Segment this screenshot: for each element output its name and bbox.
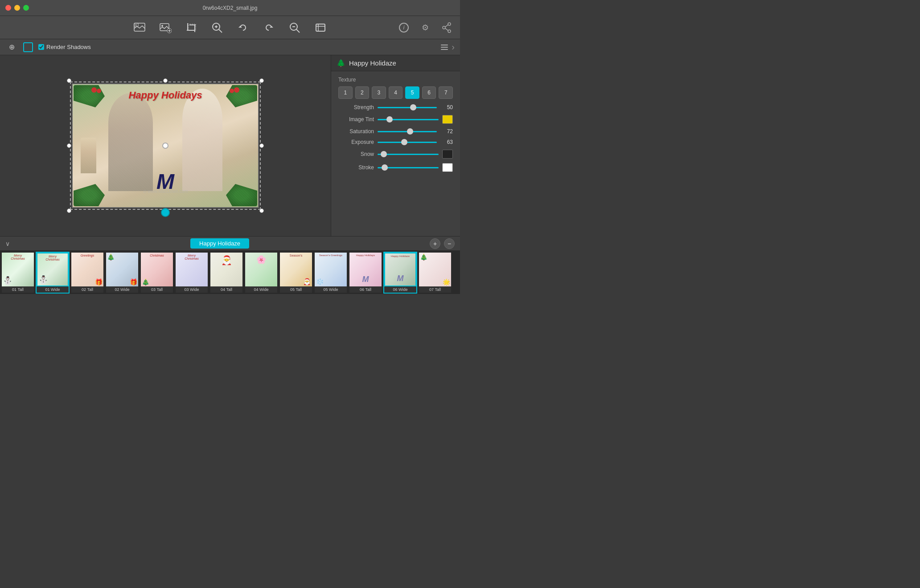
panel-header: 🌲 Happy Holidaze (331, 55, 460, 71)
svg-marker-18 (270, 26, 273, 28)
snow-swatch[interactable] (442, 150, 453, 159)
thumbnail-05-tall[interactable]: Season's 🎅 05 Tall (279, 252, 313, 294)
window-controls[interactable] (5, 5, 29, 11)
handle-left-middle[interactable] (67, 143, 71, 148)
thumbnail-04-tall[interactable]: 🎅 04 Tall (209, 252, 243, 294)
zoom-in-button[interactable] (211, 21, 223, 34)
render-shadows-checkbox-wrap[interactable]: Render Shadows (38, 44, 91, 50)
canvas-image: Happy Holidays (72, 83, 259, 208)
stroke-slider[interactable] (378, 167, 439, 168)
bottom-area: ∨ Happy Holidaze + − MerryChristmas ⛄ 01… (0, 236, 460, 294)
strength-thumb[interactable] (410, 104, 416, 110)
handle-right-middle[interactable] (259, 143, 264, 148)
handle-bottom-center[interactable] (161, 208, 170, 217)
add-button[interactable]: + (430, 238, 440, 249)
svg-line-29 (445, 28, 448, 30)
thumbnail-01-tall[interactable]: MerryChristmas ⛄ 01 Tall (1, 252, 35, 294)
texture-5-button[interactable]: 5 (405, 86, 419, 99)
import-photo-button[interactable] (133, 21, 146, 34)
thumb-img-03-tall: Christmas 🎄 (141, 253, 173, 286)
image-tint-slider[interactable] (378, 119, 439, 120)
thumbnail-02-wide[interactable]: 🎄 🎁 02 Wide (105, 252, 139, 294)
zoom-out-button[interactable] (288, 21, 301, 34)
saturation-thumb[interactable] (407, 128, 413, 135)
chevron-right-icon[interactable]: › (452, 42, 455, 52)
thumbnail-strip: MerryChristmas ⛄ 01 Tall MerryChristmas … (0, 251, 460, 294)
thumbnail-05-wide[interactable]: Season's Greetings ❄️ 05 Wide (314, 252, 348, 294)
handle-top-middle[interactable] (163, 78, 168, 83)
thumbnail-06-tall[interactable]: Happy Holidays M 06 Tall (349, 252, 382, 294)
stroke-swatch[interactable] (442, 163, 453, 172)
list-view-icon[interactable] (441, 45, 448, 50)
exposure-slider[interactable] (378, 142, 437, 143)
texture-2-button[interactable]: 2 (355, 86, 370, 99)
canvas-wrapper: Happy Holidays (72, 83, 259, 208)
image-tint-label: Image Tint (338, 116, 374, 122)
handle-top-left[interactable] (67, 78, 71, 83)
move-tool-icon: ⊕ (5, 41, 18, 53)
handle-bottom-right[interactable] (259, 208, 264, 213)
exposure-label: Exposure (338, 139, 374, 145)
image-tint-swatch[interactable] (442, 115, 453, 124)
collapse-button[interactable]: ∨ (5, 240, 10, 247)
selection-box-icon (23, 42, 33, 52)
options-bar-right: › (441, 42, 455, 52)
maximize-button[interactable] (23, 5, 29, 11)
thumbnail-06-wide[interactable]: Happy Holidaze M 06 Wide (383, 252, 417, 294)
snow-slider[interactable] (378, 154, 439, 155)
texture-buttons: 1 2 3 4 5 6 7 (338, 86, 453, 99)
thumb-label-03-tall: 03 Tall (141, 286, 173, 293)
info-button[interactable]: i (398, 21, 410, 34)
exposure-thumb[interactable] (401, 139, 407, 145)
snow-thumb[interactable] (381, 151, 387, 157)
thumb-label-02-tall: 02 Tall (71, 286, 103, 293)
title-bar: 0rw6o4cXD2_small.jpg (0, 0, 460, 16)
texture-6-button[interactable]: 6 (422, 86, 436, 99)
rotate-right-button[interactable] (263, 21, 275, 34)
strip-actions: + − (430, 238, 455, 249)
main-content: Happy Holidays (0, 55, 460, 236)
add-image-button[interactable] (159, 21, 172, 34)
thumbnail-03-wide[interactable]: MerryChristmas 03 Wide (175, 252, 209, 294)
gear-icon (422, 23, 429, 33)
minimize-button[interactable] (14, 5, 20, 11)
svg-point-4 (161, 25, 163, 27)
stroke-label: Stroke (338, 164, 374, 171)
remove-button[interactable]: − (444, 238, 455, 249)
thumb-img-07-tall: 🎄 🌟 (419, 253, 451, 286)
strength-slider[interactable] (378, 107, 437, 108)
thumbnail-03-tall[interactable]: Christmas 🎄 03 Tall (140, 252, 174, 294)
saturation-slider[interactable] (378, 131, 437, 132)
thumb-label-05-wide: 05 Wide (315, 286, 347, 293)
svg-marker-17 (238, 26, 242, 28)
texture-7-button[interactable]: 7 (439, 86, 453, 99)
thumb-img-02-tall: Greetings 🎁 (71, 253, 103, 286)
svg-line-16 (219, 29, 222, 33)
handle-top-right[interactable] (259, 78, 264, 83)
image-tint-thumb[interactable] (386, 116, 393, 122)
crop-tool-button[interactable] (185, 21, 197, 34)
thumbnail-02-tall[interactable]: Greetings 🎁 02 Tall (70, 252, 104, 294)
stroke-thumb[interactable] (382, 164, 388, 171)
texture-3-button[interactable]: 3 (372, 86, 386, 99)
svg-line-21 (296, 29, 300, 33)
strength-slider-row: Strength 50 (338, 104, 453, 110)
saturation-slider-row: Saturation 72 (338, 128, 453, 135)
thumbnail-07-tall[interactable]: 🎄 🌟 07 Tall (418, 252, 452, 294)
rotate-left-button[interactable] (237, 21, 249, 34)
texture-label: Texture (338, 77, 453, 83)
thumbnail-01-wide[interactable]: MerryChristmas ⛄ 01 Wide (36, 252, 70, 294)
share-button[interactable] (440, 21, 453, 34)
toolbar-right: i (398, 21, 453, 34)
texture-1-button[interactable]: 1 (338, 86, 353, 99)
snow-label: Snow (338, 151, 374, 157)
handle-bottom-left[interactable] (67, 208, 71, 213)
strip-header: ∨ Happy Holidaze + − (0, 237, 460, 251)
texture-4-button[interactable]: 4 (389, 86, 403, 99)
settings-button[interactable] (419, 21, 431, 34)
close-button[interactable] (5, 5, 11, 11)
thumbnail-04-wide[interactable]: 🌸 04 Wide (244, 252, 278, 294)
fit-view-button[interactable] (314, 21, 327, 34)
render-shadows-checkbox[interactable] (38, 44, 44, 50)
saturation-label: Saturation (338, 128, 374, 135)
